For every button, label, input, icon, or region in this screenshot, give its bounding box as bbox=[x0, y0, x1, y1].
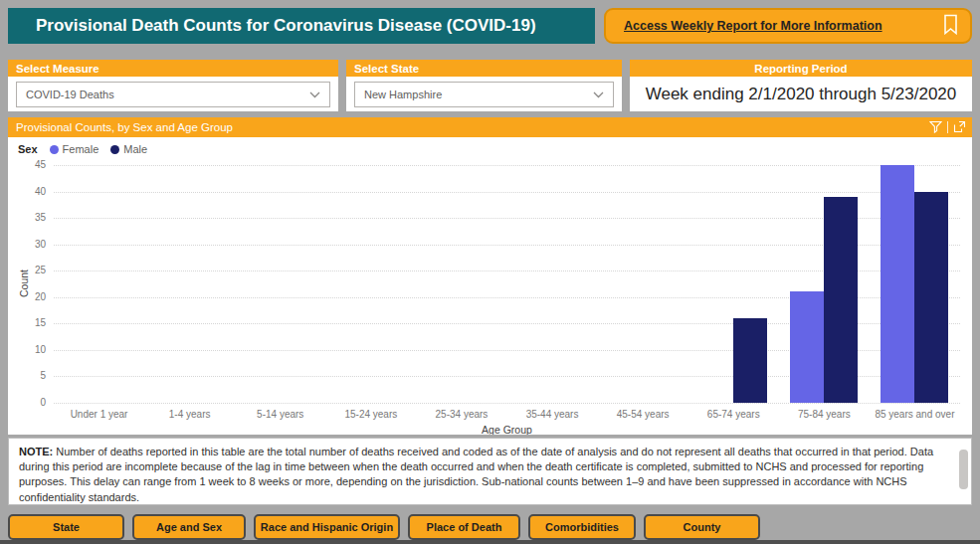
bar-female-75-84-years[interactable] bbox=[790, 291, 824, 403]
bar-male-65-74-years[interactable] bbox=[733, 318, 767, 403]
reporting-period-value: Week ending 2/1/2020 through 5/23/2020 bbox=[638, 85, 964, 104]
access-weekly-report-label: Access Weekly Report for More Informatio… bbox=[624, 19, 882, 33]
measure-dropdown-value: COVID-19 Deaths bbox=[26, 89, 114, 100]
gridline bbox=[54, 403, 960, 404]
bar-chart: Sex FemaleMale 051015202530354045Under 1… bbox=[8, 137, 972, 435]
note-label: NOTE: bbox=[19, 446, 53, 457]
x-axis-tick: 85 years and over bbox=[870, 409, 960, 420]
bar-female-85-years-and-over[interactable] bbox=[881, 165, 914, 403]
chevron-down-icon bbox=[309, 89, 320, 100]
legend-title: Sex bbox=[18, 143, 38, 155]
x-axis-tick: 35-44 years bbox=[507, 409, 598, 420]
x-axis-tick: 1-4 years bbox=[144, 409, 235, 420]
focus-mode-icon[interactable] bbox=[953, 120, 966, 135]
legend-label-female: Female bbox=[63, 143, 99, 155]
legend-dot-male bbox=[110, 145, 119, 154]
x-axis-tick: 75-84 years bbox=[779, 409, 870, 420]
select-state-panel: Select State New Hampshire bbox=[346, 60, 622, 111]
gridline bbox=[54, 165, 960, 166]
nav-place-of-death-button[interactable]: Place of Death bbox=[408, 514, 520, 540]
x-axis-tick: 5-14 years bbox=[235, 409, 325, 420]
legend-item-female: Female bbox=[50, 143, 99, 155]
reporting-period-label: Reporting Period bbox=[630, 60, 972, 77]
y-axis-tick: 10 bbox=[16, 344, 46, 355]
x-axis-tick: 15-24 years bbox=[325, 409, 416, 420]
covid-dashboard: Provisional Death Counts for Coronavirus… bbox=[0, 0, 980, 544]
bottom-strip bbox=[0, 540, 980, 544]
x-axis-tick: 65-74 years bbox=[688, 409, 779, 420]
state-dropdown-value: New Hampshire bbox=[364, 89, 442, 100]
legend-dot-female bbox=[50, 145, 59, 154]
nav-comorbidities-button[interactable]: Comorbidities bbox=[528, 514, 636, 540]
y-axis-tick: 45 bbox=[16, 159, 46, 170]
legend-label-male: Male bbox=[123, 143, 147, 155]
note-panel: NOTE: Number of deaths reported in this … bbox=[8, 438, 972, 505]
x-axis-tick: 25-34 years bbox=[416, 409, 506, 420]
nav-race-and-hispanic-origin-button[interactable]: Race and Hispanic Origin bbox=[254, 514, 400, 540]
nav-state-button[interactable]: State bbox=[8, 514, 124, 540]
measure-dropdown[interactable]: COVID-19 Deaths bbox=[16, 82, 330, 107]
bar-male-85-years-and-over[interactable] bbox=[914, 192, 948, 403]
state-dropdown[interactable]: New Hampshire bbox=[354, 82, 614, 107]
x-axis-tick: Under 1 year bbox=[54, 409, 144, 420]
page-title: Provisional Death Counts for Coronavirus… bbox=[8, 8, 595, 44]
nav-age-and-sex-button[interactable]: Age and Sex bbox=[132, 514, 246, 540]
note-scrollbar[interactable] bbox=[959, 447, 968, 498]
filter-row: Select Measure COVID-19 Deaths Select St… bbox=[8, 60, 972, 111]
note-text: NOTE: Number of deaths reported in this … bbox=[9, 439, 971, 505]
bookmark-icon bbox=[943, 14, 958, 38]
select-measure-panel: Select Measure COVID-19 Deaths bbox=[8, 60, 338, 111]
y-axis-title: Count bbox=[18, 234, 30, 333]
chart-title: Provisional Counts, by Sex and Age Group bbox=[16, 121, 233, 133]
chevron-down-icon bbox=[593, 89, 604, 100]
chart-panel: Provisional Counts, by Sex and Age Group… bbox=[8, 117, 972, 435]
select-state-label: Select State bbox=[346, 60, 622, 77]
filter-icon[interactable] bbox=[929, 120, 942, 135]
header-row: Provisional Death Counts for Coronavirus… bbox=[8, 8, 972, 44]
toolbar-separator bbox=[947, 121, 948, 133]
legend-item-male: Male bbox=[110, 143, 147, 155]
nav-county-button[interactable]: County bbox=[644, 514, 760, 540]
bar-male-75-84-years[interactable] bbox=[824, 197, 858, 403]
scrollbar-thumb[interactable] bbox=[959, 450, 968, 489]
x-axis-title: Age Group bbox=[54, 424, 960, 435]
chart-legend: Sex FemaleMale bbox=[18, 143, 147, 155]
x-axis-tick: 45-54 years bbox=[598, 409, 688, 420]
y-axis-tick: 0 bbox=[16, 397, 46, 408]
access-weekly-report-button[interactable]: Access Weekly Report for More Informatio… bbox=[604, 8, 972, 44]
y-axis-tick: 35 bbox=[16, 212, 46, 223]
select-measure-label: Select Measure bbox=[8, 60, 338, 77]
y-axis-tick: 5 bbox=[16, 370, 46, 381]
y-axis-tick: 40 bbox=[16, 186, 46, 197]
reporting-period-panel: Reporting Period Week ending 2/1/2020 th… bbox=[630, 60, 972, 111]
page-nav-row: StateAge and SexRace and Hispanic Origin… bbox=[8, 514, 760, 540]
gridline bbox=[54, 192, 960, 193]
